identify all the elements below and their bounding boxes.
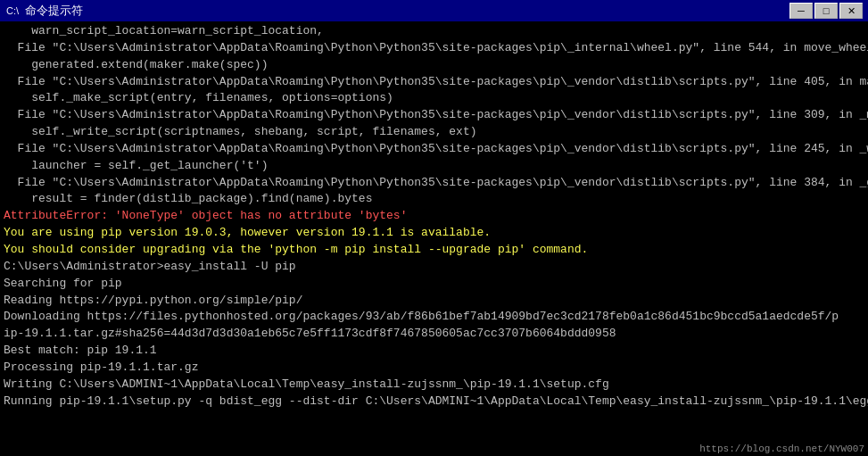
- console-line: AttributeError: 'NoneType' object has no…: [4, 208, 864, 225]
- console-line: self._write_script(scriptnames, shebang,…: [4, 124, 864, 141]
- console-line: Processing pip-19.1.1.tar.gz: [4, 360, 864, 377]
- console-line: File "C:\Users\Administrator\AppData\Roa…: [4, 107, 864, 124]
- console-line: Searching for pip: [4, 276, 864, 293]
- minimize-button[interactable]: ─: [789, 3, 813, 19]
- console-line: Reading https://pypi.python.org/simple/p…: [4, 293, 864, 310]
- console-line: warn_script_location=warn_script_locatio…: [4, 23, 864, 40]
- title-bar: C:\ 命令提示符 ─ □ ✕: [0, 0, 868, 21]
- console-line: self._make_script(entry, filenames, opti…: [4, 90, 864, 107]
- console-line: generated.extend(maker.make(spec)): [4, 57, 864, 74]
- console-line: Writing C:\Users\ADMINI~1\AppData\Local\…: [4, 377, 864, 394]
- console-line: Best match: pip 19.1.1: [4, 343, 864, 360]
- console-line: File "C:\Users\Administrator\AppData\Roa…: [4, 40, 864, 57]
- console-line: You are using pip version 19.0.3, howeve…: [4, 225, 864, 242]
- console-line: launcher = self._get_launcher('t'): [4, 158, 864, 175]
- maximize-button[interactable]: □: [814, 3, 838, 19]
- console-line: result = finder(distlib_package).find(na…: [4, 191, 864, 208]
- console-line: You should consider upgrading via the 'p…: [4, 242, 864, 259]
- console-line: Running pip-19.1.1\setup.py -q bdist_egg…: [4, 394, 864, 410]
- close-button[interactable]: ✕: [839, 3, 863, 19]
- console-line: File "C:\Users\Administrator\AppData\Roa…: [4, 175, 864, 192]
- window-title: 命令提示符: [25, 3, 83, 19]
- console-line: File "C:\Users\Administrator\AppData\Roa…: [4, 74, 864, 91]
- console-line: C:\Users\Administrator>easy_install -U p…: [4, 259, 864, 276]
- console-line: ip-19.1.1.tar.gz#sha256=44d3d7d3d30a1eb6…: [4, 326, 864, 343]
- console-output: warn_script_location=warn_script_locatio…: [0, 21, 868, 456]
- title-bar-controls: ─ □ ✕: [789, 3, 863, 19]
- title-bar-left: C:\ 命令提示符: [5, 3, 83, 19]
- watermark: https://blog.csdn.net/NYW007: [699, 444, 864, 454]
- window: C:\ 命令提示符 ─ □ ✕ warn_script_location=war…: [0, 0, 868, 456]
- console-line: File "C:\Users\Administrator\AppData\Roa…: [4, 141, 864, 158]
- app-icon: C:\: [5, 4, 20, 18]
- console-line: Downloading https://files.pythonhosted.o…: [4, 309, 864, 326]
